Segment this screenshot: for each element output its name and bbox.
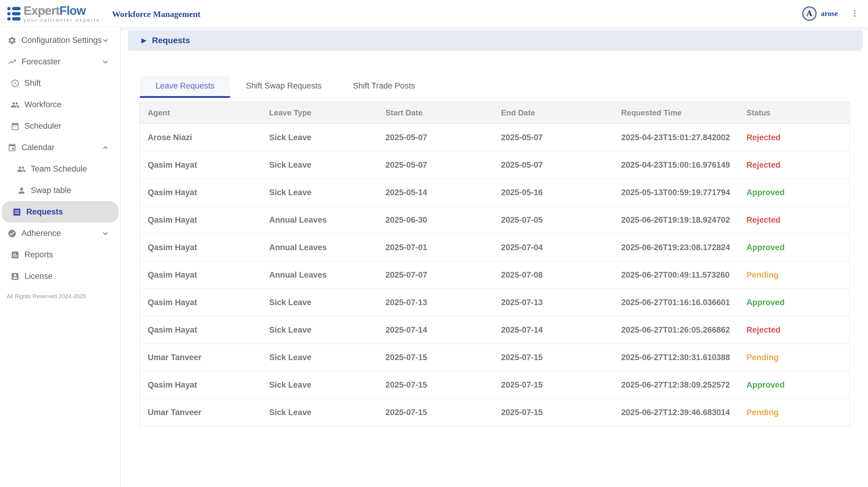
cell-agent: Qasim Hayat bbox=[140, 261, 261, 289]
tab-shift-trade-posts[interactable]: Shift Trade Posts bbox=[337, 75, 431, 98]
cell-agent: Arose Niazi bbox=[140, 124, 261, 151]
chevron-down-icon[interactable] bbox=[101, 229, 110, 238]
cell-leave-type: Sick Leave bbox=[261, 151, 377, 179]
receipt-icon bbox=[12, 208, 22, 217]
cell-requested-time: 2025-06-27T01:16:16.036601 bbox=[613, 289, 739, 316]
cell-requested-time: 2025-05-13T00:59:19.771794 bbox=[613, 179, 739, 206]
tab-shift-swap-requests[interactable]: Shift Swap Requests bbox=[230, 75, 337, 98]
sidebar-item-swap-table[interactable]: Swap table bbox=[0, 180, 120, 201]
sidebar-item-workforce[interactable]: Workforce bbox=[0, 94, 120, 115]
cell-start-date: 2025-05-07 bbox=[377, 151, 493, 179]
cell-requested-time: 2025-04-23T15:00:16.976149 bbox=[613, 151, 739, 179]
table-row: Qasim HayatSick Leave2025-07-152025-07-1… bbox=[140, 371, 850, 399]
status-badge: Pending bbox=[739, 344, 850, 371]
cell-end-date: 2025-07-05 bbox=[493, 206, 613, 234]
column-header-requested-time: Requested Time bbox=[613, 102, 739, 124]
sidebar-item-configuration-settings[interactable]: Configuration Settings bbox=[0, 30, 120, 51]
sidebar-item-label: Adherence bbox=[22, 229, 61, 238]
status-badge: Pending bbox=[739, 261, 850, 289]
sidebar-item-label: Requests bbox=[26, 207, 63, 217]
cell-start-date: 2025-06-30 bbox=[377, 206, 493, 234]
cell-requested-time: 2025-06-27T12:39:46.683014 bbox=[613, 399, 739, 426]
cell-agent: Qasim Hayat bbox=[140, 234, 261, 261]
copyright-text: All Rights Reserved 2024-2025 bbox=[0, 293, 120, 300]
people-icon bbox=[10, 100, 20, 109]
cell-start-date: 2025-07-15 bbox=[377, 399, 493, 426]
sidebar-item-reports[interactable]: Reports bbox=[0, 244, 120, 266]
tab-leave-requests[interactable]: Leave Requests bbox=[140, 75, 230, 98]
table-row: Umar TanveerSick Leave2025-07-152025-07-… bbox=[140, 399, 850, 426]
username[interactable]: arose bbox=[821, 9, 838, 18]
chevron-up-icon[interactable] bbox=[101, 143, 110, 152]
sidebar-item-forecaster[interactable]: Forecaster bbox=[0, 51, 120, 72]
cell-start-date: 2025-05-07 bbox=[377, 124, 493, 151]
logo-flow: Flow bbox=[60, 4, 86, 17]
chevron-down-icon[interactable] bbox=[101, 36, 110, 45]
cell-requested-time: 2025-06-27T12:38:09.252572 bbox=[613, 371, 739, 399]
sidebar-item-adherence[interactable]: Adherence bbox=[0, 223, 120, 244]
table-row: Qasim HayatSick Leave2025-07-132025-07-1… bbox=[140, 289, 850, 316]
logo-tagline: your callcenter experts bbox=[24, 18, 100, 23]
status-badge: Approved bbox=[739, 371, 850, 399]
table-row: Umar TanveerSick Leave2025-07-152025-07-… bbox=[140, 344, 850, 371]
status-badge: Approved bbox=[739, 179, 850, 206]
expertflow-list-mark-icon bbox=[7, 6, 21, 21]
cell-requested-time: 2025-06-27T00:49:11.573260 bbox=[613, 261, 739, 289]
expertflow-logo: ExpertFlow your callcenter experts bbox=[7, 4, 100, 23]
requests-accordion-header[interactable]: ▶ Requests bbox=[128, 30, 863, 51]
breadcrumb: Requests bbox=[152, 36, 190, 45]
cell-end-date: 2025-07-13 bbox=[493, 289, 613, 316]
cell-end-date: 2025-07-14 bbox=[493, 316, 613, 344]
cell-leave-type: Sick Leave bbox=[261, 399, 377, 426]
cell-start-date: 2025-07-14 bbox=[377, 316, 493, 344]
status-badge: Approved bbox=[739, 234, 850, 261]
cell-end-date: 2025-05-07 bbox=[493, 124, 613, 151]
sidebar-item-scheduler[interactable]: Scheduler bbox=[0, 115, 120, 137]
table-row: Qasim HayatAnnual Leaves2025-07-072025-0… bbox=[140, 261, 850, 289]
kebab-menu-icon[interactable] bbox=[850, 9, 860, 19]
sidebar-item-shift[interactable]: Shift bbox=[0, 72, 120, 94]
workforce-management-app: ExpertFlow your callcenter experts Workf… bbox=[0, 0, 868, 487]
sidebar-item-team-schedule[interactable]: Team Schedule bbox=[0, 158, 120, 180]
sidebar: Configuration SettingsForecasterShiftWor… bbox=[0, 27, 121, 487]
cell-agent: Qasim Hayat bbox=[140, 316, 261, 344]
sidebar-item-label: Configuration Settings bbox=[22, 36, 102, 45]
calendar-event-icon bbox=[7, 143, 17, 152]
sidebar-item-calendar[interactable]: Calendar bbox=[0, 137, 120, 158]
status-badge: Rejected bbox=[739, 124, 850, 151]
cell-agent: Umar Tanveer bbox=[140, 399, 261, 426]
cell-start-date: 2025-07-15 bbox=[377, 371, 493, 399]
content-top-strip bbox=[121, 27, 868, 30]
trending-up-icon bbox=[7, 57, 17, 66]
cell-end-date: 2025-07-15 bbox=[493, 399, 613, 426]
cell-start-date: 2025-07-15 bbox=[377, 344, 493, 371]
cell-leave-type: Sick Leave bbox=[261, 124, 377, 151]
status-badge: Pending bbox=[739, 399, 850, 426]
sidebar-item-label: Forecaster bbox=[22, 57, 60, 66]
cell-leave-type: Annual Leaves bbox=[261, 234, 377, 261]
sidebar-item-requests[interactable]: Requests bbox=[2, 201, 118, 223]
avatar[interactable]: A bbox=[802, 6, 817, 21]
cell-leave-type: Sick Leave bbox=[261, 344, 377, 371]
table-row: Qasim HayatSick Leave2025-05-072025-05-0… bbox=[140, 151, 850, 179]
table-row: Qasim HayatSick Leave2025-07-142025-07-1… bbox=[140, 316, 850, 344]
cell-leave-type: Sick Leave bbox=[261, 316, 377, 344]
play-arrow-icon: ▶ bbox=[141, 36, 147, 44]
cell-start-date: 2025-07-01 bbox=[377, 234, 493, 261]
column-header-end-date: End Date bbox=[493, 102, 613, 124]
people-icon bbox=[17, 165, 26, 174]
cell-end-date: 2025-05-16 bbox=[493, 179, 613, 206]
leave-requests-table: AgentLeave TypeStart DateEnd DateRequest… bbox=[140, 102, 850, 426]
person-icon bbox=[17, 186, 26, 195]
cell-start-date: 2025-05-14 bbox=[377, 179, 493, 206]
sidebar-item-license[interactable]: License bbox=[0, 266, 120, 287]
calendar-icon bbox=[10, 122, 20, 131]
sidebar-item-label: License bbox=[25, 272, 53, 281]
avatar-initial: A bbox=[806, 9, 812, 18]
chevron-down-icon[interactable] bbox=[101, 57, 110, 66]
main-content: ▶ Requests Leave RequestsShift Swap Requ… bbox=[121, 27, 868, 487]
column-header-leave-type: Leave Type bbox=[261, 102, 377, 124]
column-header-start-date: Start Date bbox=[377, 102, 493, 124]
table-row: Qasim HayatSick Leave2025-05-142025-05-1… bbox=[140, 179, 850, 206]
cell-leave-type: Sick Leave bbox=[261, 179, 377, 206]
